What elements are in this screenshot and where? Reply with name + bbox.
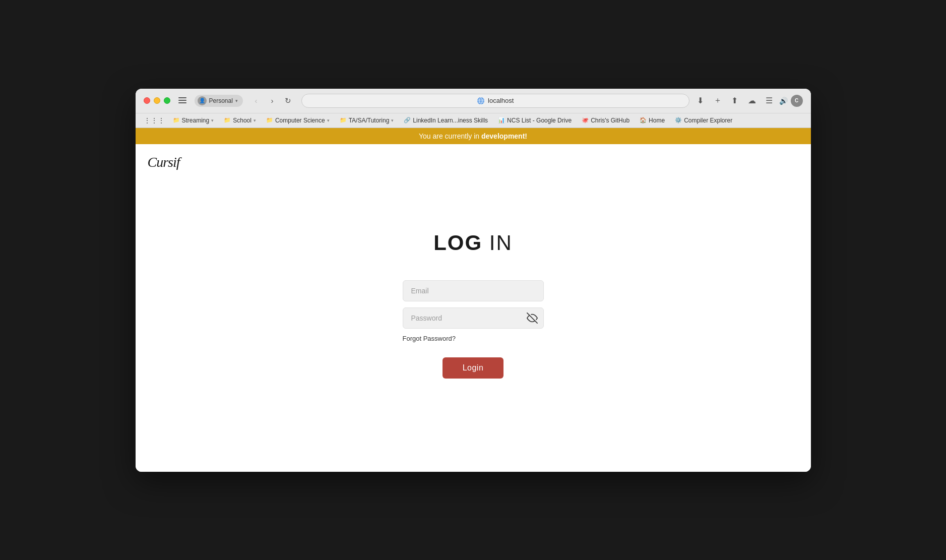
banner-prefix: You are currently in — [419, 132, 481, 140]
title-light: IN — [482, 231, 513, 255]
svg-rect-0 — [178, 97, 186, 98]
sheet-icon: 📊 — [498, 117, 505, 123]
folder-icon: 📁 — [173, 117, 180, 123]
folder-icon: 📁 — [266, 117, 273, 123]
toggle-password-icon[interactable] — [527, 313, 538, 324]
link-icon: 🔗 — [404, 117, 411, 123]
page-content: You are currently in development! Cursif… — [136, 128, 811, 472]
chevron-icon: ▾ — [327, 118, 330, 123]
minimize-button[interactable] — [154, 97, 160, 104]
banner-highlight: development! — [481, 132, 527, 140]
bookmark-home-label: Home — [649, 117, 665, 124]
github-icon: 🐙 — [582, 117, 589, 123]
profile-label: Personal — [209, 97, 233, 104]
browser-icon — [477, 97, 485, 105]
reload-button[interactable]: ↻ — [281, 94, 295, 108]
chevron-icon: ▾ — [391, 118, 394, 123]
bookmark-ta-sa[interactable]: 📁 TA/SA/Tutoring ▾ — [336, 115, 398, 126]
maximize-button[interactable] — [164, 97, 170, 104]
title-bar: 👤 Personal ▾ ‹ › ↻ — [136, 89, 811, 113]
bookmark-streaming[interactable]: 📁 Streaming ▾ — [169, 115, 218, 126]
compiler-icon: ⚙️ — [675, 117, 682, 123]
bookmark-ncs[interactable]: 📊 NCS List - Google Drive — [494, 115, 576, 126]
profile-icon: 👤 — [198, 96, 207, 105]
bookmark-linkedin-label: LinkedIn Learn...iness Skills — [413, 117, 488, 124]
chevron-icon: ▾ — [211, 118, 214, 123]
svg-rect-1 — [178, 100, 186, 101]
url-display: localhost — [488, 97, 514, 104]
browser-window: 👤 Personal ▾ ‹ › ↻ — [136, 89, 811, 472]
svg-rect-2 — [178, 102, 186, 103]
download-button[interactable]: ⬇ — [693, 94, 708, 108]
login-btn-wrapper: Login — [443, 357, 504, 379]
close-button[interactable] — [144, 97, 150, 104]
home-icon: 🏠 — [640, 117, 647, 123]
folder-icon: 📁 — [224, 117, 231, 123]
chevron-icon: ▾ — [254, 118, 256, 123]
back-button[interactable]: ‹ — [249, 94, 263, 108]
folder-icon: 📁 — [340, 117, 347, 123]
reading-list-button[interactable]: ☰ — [762, 94, 776, 108]
browser-chrome: 👤 Personal ▾ ‹ › ↻ — [136, 89, 811, 128]
browser-actions: ⬇ ＋ ⬆ ☁ ☰ 🔊 C — [693, 94, 803, 108]
share-button[interactable]: ⬆ — [728, 94, 742, 108]
nav-buttons: ‹ › ↻ — [249, 94, 295, 108]
app-logo: Cursif — [148, 154, 799, 170]
bookmark-home[interactable]: 🏠 Home — [636, 115, 669, 126]
profile-pill[interactable]: 👤 Personal ▾ — [195, 95, 243, 107]
bookmark-streaming-label: Streaming — [182, 117, 210, 124]
bookmark-linkedin[interactable]: 🔗 LinkedIn Learn...iness Skills — [400, 115, 492, 126]
bookmark-github[interactable]: 🐙 Chris's GitHub — [578, 115, 634, 126]
address-bar-row: localhost ⬇ ＋ ⬆ ☁ ☰ 🔊 C — [301, 94, 803, 108]
avatar: C — [791, 95, 803, 107]
bookmark-school[interactable]: 📁 School ▾ — [220, 115, 260, 126]
bookmark-computer-science[interactable]: 📁 Computer Science ▾ — [262, 115, 334, 126]
title-bold: LOG — [433, 231, 482, 255]
dev-banner: You are currently in development! — [136, 128, 811, 144]
new-tab-button[interactable]: ＋ — [711, 94, 725, 108]
grid-icon[interactable]: ⋮⋮⋮ — [144, 116, 165, 125]
email-input[interactable] — [403, 280, 544, 301]
bookmark-compiler-label: Compiler Explorer — [684, 117, 732, 124]
volume-icon[interactable]: 🔊 — [779, 97, 788, 105]
traffic-lights — [144, 97, 170, 104]
bookmark-ta-label: TA/SA/Tutoring — [349, 117, 390, 124]
bookmark-school-label: School — [233, 117, 251, 124]
bookmark-cs-label: Computer Science — [275, 117, 325, 124]
bookmark-github-label: Chris's GitHub — [591, 117, 629, 124]
bookmark-ncs-label: NCS List - Google Drive — [507, 117, 572, 124]
forgot-password-link[interactable]: Forgot Password? — [403, 335, 544, 342]
login-button[interactable]: Login — [443, 357, 504, 379]
sidebar-toggle[interactable] — [176, 95, 188, 106]
bookmark-compiler[interactable]: ⚙️ Compiler Explorer — [671, 115, 736, 126]
password-wrapper — [403, 307, 544, 329]
login-container: LOG IN Forgot Pas — [136, 180, 811, 472]
address-bar[interactable]: localhost — [301, 94, 689, 108]
profile-chevron: ▾ — [235, 98, 238, 103]
login-title: LOG IN — [433, 231, 513, 255]
forward-button[interactable]: › — [265, 94, 279, 108]
password-input[interactable] — [403, 307, 544, 329]
icloud-button[interactable]: ☁ — [745, 94, 759, 108]
page-header: Cursif — [136, 144, 811, 180]
bookmarks-bar: ⋮⋮⋮ 📁 Streaming ▾ 📁 School ▾ 📁 Computer … — [136, 113, 811, 128]
login-form: Forgot Password? — [403, 280, 544, 342]
